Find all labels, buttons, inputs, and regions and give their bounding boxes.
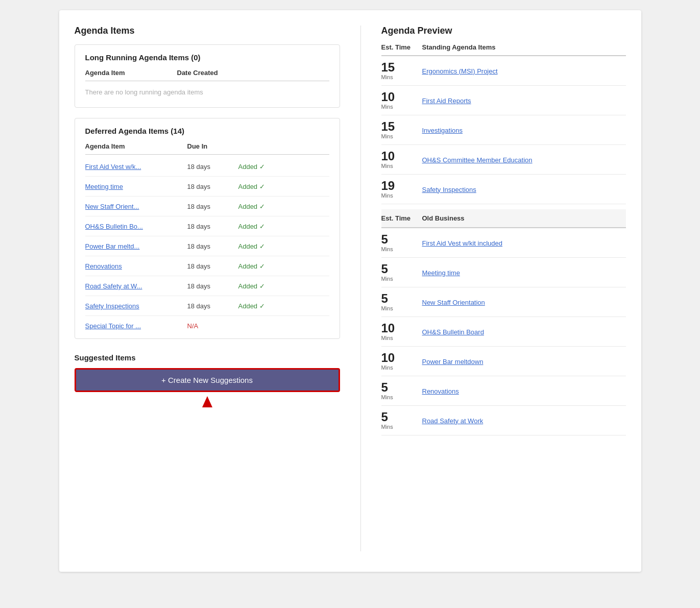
agenda-item-link[interactable]: OH&S Committee Member Education (422, 156, 533, 164)
suggested-section: Suggested Items + Create New Suggestions (75, 353, 340, 407)
time-number: 10 (381, 91, 395, 103)
time-label: Mins (381, 335, 393, 341)
deferred-item-link[interactable]: Power Bar meltd... (85, 242, 140, 250)
deferred-item-status: Added ✓ (238, 203, 329, 210)
long-running-section: Long Running Agenda Items (0) Agenda Ite… (75, 44, 340, 108)
checkmark-icon: ✓ (259, 282, 265, 290)
agenda-item-name: Safety Inspections (422, 185, 626, 194)
deferred-item-link[interactable]: New Staff Orient... (85, 203, 139, 210)
deferred-item-status: Added ✓ (238, 163, 329, 171)
deferred-item-link[interactable]: Meeting time (85, 183, 123, 190)
time-block: 10 Mins (381, 322, 422, 341)
right-panel-title: Agenda Preview (381, 26, 626, 36)
agenda-item-name: First Aid Vest w/kit included (422, 238, 626, 248)
deferred-item-status: Added ✓ (238, 262, 329, 270)
deferred-due-in: 18 days (187, 183, 238, 190)
deferred-due-in: 18 days (187, 302, 238, 310)
arrow-indicator (75, 396, 340, 407)
time-block: 5 Mins (381, 411, 422, 430)
old-business-row: 5 Mins Meeting time (381, 258, 626, 287)
time-block: 10 Mins (381, 150, 422, 169)
standing-rows-container: 15 Mins Ergonomics (MSI) Project 10 Mins… (381, 56, 626, 204)
deferred-item-link[interactable]: Renovations (85, 262, 122, 270)
agenda-item-name: Meeting time (422, 268, 626, 277)
old-business-item-link[interactable]: OH&S Bulletin Board (422, 328, 484, 336)
left-panel: Agenda Items Long Running Agenda Items (… (75, 26, 340, 551)
old-business-item-link[interactable]: Meeting time (422, 269, 460, 277)
time-number: 10 (381, 322, 395, 334)
standing-agenda-row: 15 Mins Investigations (381, 115, 626, 145)
old-business-item-link[interactable]: Renovations (422, 387, 459, 395)
deferred-rows-container: First Aid Vest w/k...18 daysAdded ✓Meeti… (85, 157, 329, 330)
deferred-due-in: 18 days (187, 203, 238, 210)
time-label: Mins (381, 74, 393, 80)
added-label: Added (238, 302, 258, 310)
time-number: 5 (381, 233, 388, 246)
time-label: Mins (381, 424, 393, 430)
agenda-item-link[interactable]: Safety Inspections (422, 186, 476, 193)
deferred-item-link[interactable]: OH&S Bulletin Bo... (85, 223, 143, 230)
standing-agenda-row: 15 Mins Ergonomics (MSI) Project (381, 56, 626, 86)
checkmark-icon: ✓ (259, 262, 265, 270)
time-number: 5 (381, 411, 388, 423)
old-business-item-link[interactable]: Road Safety at Work (422, 417, 484, 425)
main-container: Agenda Items Long Running Agenda Items (… (59, 10, 641, 572)
time-label: Mins (381, 163, 393, 169)
agenda-item-link[interactable]: Investigations (422, 127, 463, 134)
time-number: 19 (381, 180, 395, 192)
old-business-col-item: Old Business (422, 214, 626, 222)
deferred-col-due: Due In (187, 142, 238, 150)
time-block: 15 Mins (381, 61, 422, 80)
deferred-item-link[interactable]: First Aid Vest w/k... (85, 163, 141, 171)
agenda-item-name: Power Bar meltdown (422, 357, 626, 366)
deferred-list-item: Special Topic for ...N/A (85, 316, 329, 330)
time-label: Mins (381, 305, 393, 311)
agenda-item-name: New Staff Orientation (422, 298, 626, 307)
deferred-list-item: Renovations18 daysAdded ✓ (85, 256, 329, 276)
time-number: 15 (381, 61, 395, 74)
time-number: 5 (381, 293, 388, 305)
deferred-list-item: OH&S Bulletin Bo...18 daysAdded ✓ (85, 216, 329, 236)
left-panel-title: Agenda Items (75, 26, 340, 36)
added-label: Added (238, 203, 258, 210)
time-block: 10 Mins (381, 91, 422, 110)
create-suggestions-button[interactable]: + Create New Suggestions (75, 368, 340, 392)
deferred-table-header: Agenda Item Due In (85, 142, 329, 155)
old-business-row: 10 Mins OH&S Bulletin Board (381, 317, 626, 347)
deferred-item-status: Added ✓ (238, 242, 329, 250)
agenda-item-name: Road Safety at Work (422, 416, 626, 425)
deferred-list-item: New Staff Orient...18 daysAdded ✓ (85, 197, 329, 216)
long-running-heading: Long Running Agenda Items (0) (85, 53, 329, 62)
old-business-item-link[interactable]: First Aid Vest w/kit included (422, 239, 503, 247)
added-label: Added (238, 242, 258, 250)
deferred-item-link[interactable]: Safety Inspections (85, 302, 139, 310)
checkmark-icon: ✓ (259, 223, 265, 230)
suggested-title: Suggested Items (75, 353, 340, 362)
old-business-item-link[interactable]: Power Bar meltdown (422, 358, 484, 366)
agenda-item-link[interactable]: Ergonomics (MSI) Project (422, 67, 498, 75)
deferred-due-in: 18 days (187, 242, 238, 250)
deferred-item-link[interactable]: Special Topic for ... (85, 322, 141, 330)
deferred-item-status: Added ✓ (238, 183, 329, 190)
deferred-section: Deferred Agenda Items (14) Agenda Item D… (75, 118, 340, 339)
standing-col-item: Standing Agenda Items (422, 43, 626, 51)
checkmark-icon: ✓ (259, 242, 265, 250)
long-running-table-header: Agenda Item Date Created (85, 69, 329, 81)
time-number: 10 (381, 150, 395, 162)
added-label: Added (238, 282, 258, 290)
deferred-item-link[interactable]: Road Safety at W... (85, 282, 142, 290)
time-block: 5 Mins (381, 263, 422, 282)
time-block: 5 Mins (381, 381, 422, 400)
standing-header: Est. Time Standing Agenda Items (381, 43, 626, 56)
deferred-due-in: N/A (187, 322, 238, 330)
deferred-list-item: Power Bar meltd...18 daysAdded ✓ (85, 236, 329, 256)
deferred-list-item: Safety Inspections18 daysAdded ✓ (85, 296, 329, 316)
time-block: 15 Mins (381, 120, 422, 139)
deferred-item-status: Added ✓ (238, 282, 329, 290)
agenda-item-name: OH&S Committee Member Education (422, 155, 626, 164)
time-block: 10 Mins (381, 352, 422, 371)
standing-agenda-row: 10 Mins OH&S Committee Member Education (381, 145, 626, 175)
agenda-item-link[interactable]: First Aid Reports (422, 97, 471, 105)
standing-col-time: Est. Time (381, 43, 422, 51)
old-business-item-link[interactable]: New Staff Orientation (422, 299, 485, 306)
